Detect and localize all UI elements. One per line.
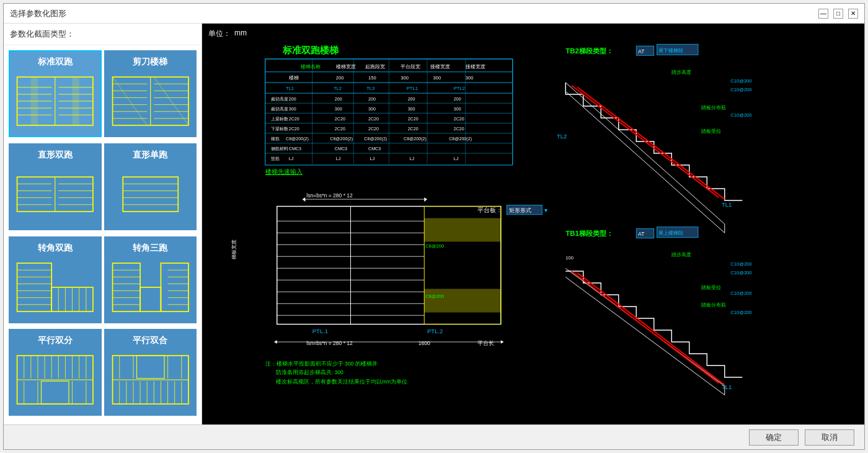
shape-item-zhuanjiaoshuangpao[interactable]: 转角双跑	[9, 236, 102, 323]
cad-stair-title: 标准双跑楼梯	[282, 45, 339, 55]
svg-text:300: 300	[289, 107, 296, 112]
cad-panel: 单位： mm 标准双跑楼梯 楼梯名称 楼梯宽度 起跑段宽 平台段宽 接楼宽度 接…	[202, 24, 864, 424]
shape-item-zhixingdanpao[interactable]: 直形单跑	[104, 143, 197, 230]
shape-svg-6	[14, 352, 97, 408]
svg-text:150: 150	[368, 75, 376, 81]
svg-text:展上楼梯段: 展上楼梯段	[658, 230, 683, 236]
shape-item-pinxingshuangfen[interactable]: 平行双分	[9, 329, 102, 416]
svg-text:C8@200(2): C8@200(2)	[449, 137, 472, 141]
svg-marker-179	[424, 197, 427, 202]
svg-text:200: 200	[336, 75, 344, 81]
svg-text:C10@200: C10@200	[730, 87, 751, 92]
shape-grid: 标准双跑	[4, 45, 202, 424]
dialog-title: 选择参数化图形	[10, 8, 66, 19]
svg-text:CMC3: CMC3	[335, 146, 347, 151]
svg-marker-208	[501, 340, 504, 344]
shape-item-zhixingshuangpao[interactable]: 直形双跑	[9, 143, 102, 230]
svg-text:CMC3: CMC3	[368, 146, 381, 151]
svg-text:平台长: 平台长	[477, 340, 494, 346]
svg-rect-58	[112, 263, 140, 312]
left-panel: 参数化截面类型： 标准双跑	[4, 24, 202, 424]
svg-text:防淮条用添起步梯高共: 300: 防淮条用添起步梯高共: 300	[276, 369, 343, 375]
shape-preview-5	[109, 256, 192, 318]
svg-text:TB1梯段类型：: TB1梯段类型：	[565, 230, 613, 237]
svg-text:C10@200: C10@200	[730, 261, 751, 267]
close-button[interactable]: ✕	[848, 9, 858, 19]
maximize-button[interactable]: □	[833, 9, 843, 19]
shape-item-jiandaoloutai[interactable]: 剪刀楼梯	[104, 50, 197, 137]
svg-text:lsn=bs*n = 280 * 12: lsn=bs*n = 280 * 12	[306, 192, 353, 199]
svg-line-217	[572, 86, 719, 198]
svg-text:200: 200	[335, 97, 342, 102]
svg-text:楼梯先速输入: 楼梯先速输入	[265, 168, 303, 175]
svg-rect-40	[123, 177, 178, 212]
svg-text:楼梯: 楼梯	[289, 75, 299, 81]
svg-text:PTL.2: PTL.2	[427, 328, 443, 334]
shape-svg-1	[109, 73, 192, 129]
shape-item-biaozhunshuangpao[interactable]: 标准双跑	[9, 50, 102, 137]
svg-marker-178	[303, 197, 306, 202]
shape-svg-3	[109, 166, 192, 222]
svg-text:TL3: TL3	[366, 86, 374, 91]
svg-text:C10@200: C10@200	[730, 112, 751, 118]
shape-label-4: 转角双跑	[38, 243, 73, 254]
svg-text:下梁标数: 下梁标数	[271, 127, 288, 132]
shape-item-zhuanjiaosanpao[interactable]: 转角三跑	[104, 236, 197, 323]
minimize-button[interactable]: —	[818, 9, 828, 19]
svg-text:C8@200(2): C8@200(2)	[286, 137, 309, 141]
svg-text:200: 200	[368, 97, 376, 102]
svg-text:2C20: 2C20	[368, 117, 379, 122]
svg-text:TL2: TL2	[557, 133, 567, 140]
shape-svg-5	[109, 259, 192, 315]
svg-text:2C20: 2C20	[454, 127, 464, 132]
section-label: 参数化截面类型：	[4, 24, 202, 45]
svg-text:2C20: 2C20	[335, 127, 345, 132]
svg-text:接楼宽度: 接楼宽度	[466, 64, 485, 70]
shape-preview-7	[109, 349, 192, 411]
confirm-button[interactable]: 确定	[749, 429, 799, 446]
svg-text:踏步高度: 踏步高度	[671, 252, 691, 258]
svg-text:2C20: 2C20	[454, 117, 464, 122]
svg-text:楼梯名称: 楼梯名称	[301, 64, 321, 70]
cancel-button[interactable]: 取消	[805, 429, 854, 446]
shape-preview-0	[14, 70, 97, 132]
shape-label-7: 平行双合	[133, 335, 167, 346]
svg-rect-12	[31, 77, 38, 125]
svg-text:300: 300	[433, 75, 441, 81]
svg-text:C10@200: C10@200	[730, 78, 751, 84]
svg-text:起跑段宽: 起跑段宽	[365, 64, 385, 70]
svg-text:200: 200	[408, 97, 415, 102]
svg-rect-89	[42, 381, 69, 404]
svg-text:上梁标数: 上梁标数	[271, 117, 288, 122]
svg-text:200: 200	[289, 97, 296, 102]
svg-text:AT: AT	[638, 48, 645, 55]
svg-rect-13	[73, 77, 79, 125]
svg-line-28	[112, 77, 147, 125]
shape-preview-4	[14, 256, 97, 318]
svg-text:C8@200(2): C8@200(2)	[330, 137, 353, 141]
shape-label-3: 直形单跑	[133, 150, 167, 161]
shape-label-1: 剪刀楼梯	[133, 56, 167, 68]
svg-marker-207	[274, 340, 277, 344]
svg-text:300: 300	[335, 107, 342, 112]
svg-text:LJ: LJ	[410, 156, 415, 161]
svg-text:C8@200(2): C8@200(2)	[404, 137, 427, 141]
svg-text:楼梯宽度: 楼梯宽度	[336, 64, 356, 70]
svg-rect-186	[424, 218, 501, 242]
svg-text:PTL2: PTL2	[454, 86, 465, 91]
svg-text:200: 200	[454, 97, 461, 102]
svg-text:踏板受拉: 踏板受拉	[701, 285, 721, 290]
svg-text:LJ: LJ	[370, 156, 375, 161]
svg-text:平台板：: 平台板：	[477, 207, 502, 213]
shape-preview-6	[14, 349, 97, 411]
shape-item-pinxingshuanghe[interactable]: 平行双合	[104, 329, 197, 416]
bottom-bar: 确定 取消	[4, 424, 864, 449]
svg-text:2C20: 2C20	[335, 117, 345, 122]
svg-text:2C20: 2C20	[408, 127, 418, 132]
svg-rect-187	[424, 289, 501, 313]
svg-text:展下楼梯段: 展下楼梯段	[658, 48, 683, 53]
window-controls: — □ ✕	[818, 9, 858, 19]
main-dialog: 选择参数化图形 — □ ✕ 参数化截面类型： 标准双跑	[3, 3, 865, 450]
svg-text:TB2梯段类型：: TB2梯段类型：	[565, 47, 613, 55]
svg-text:踏步高度: 踏步高度	[671, 70, 691, 75]
